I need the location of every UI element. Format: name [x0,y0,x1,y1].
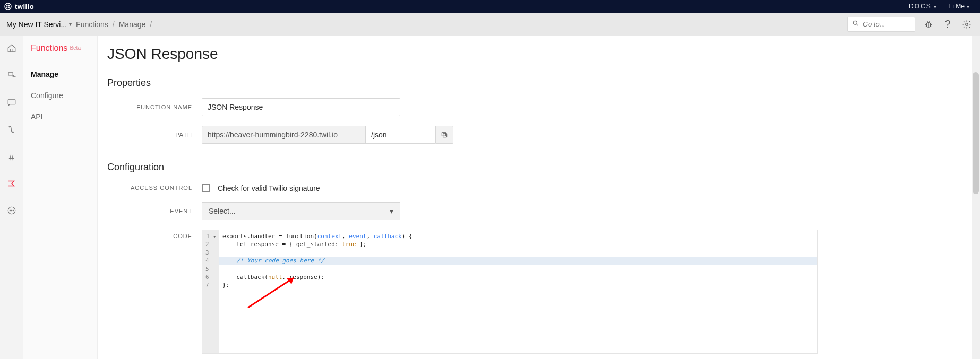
debug-icon[interactable] [923,20,934,29]
subnav-title[interactable]: Functions Beta [31,43,93,53]
scrollbar-track[interactable] [972,36,980,359]
user-name: Li Me [949,3,965,10]
breadcrumb-manage[interactable]: Manage [119,20,146,29]
svg-point-5 [853,21,857,24]
brand-name: twilio [15,3,34,11]
properties-heading: Properties [107,77,963,89]
scrollbar-thumb[interactable] [973,72,979,194]
path-group: https://beaver-hummingbird-2280.twil.io [202,126,453,144]
signature-checkbox-label: Check for valid Twilio signature [218,184,320,192]
subnav-manage[interactable]: Manage [31,68,93,89]
messaging-icon[interactable] [6,98,17,110]
functions-subnav: Functions Beta Manage Configure API [23,36,98,359]
path-label: PATH [107,132,202,138]
more-icon[interactable] [7,206,16,218]
svg-point-17 [9,126,10,127]
search-input[interactable] [863,20,905,28]
signature-checkbox[interactable] [202,184,210,192]
path-host: https://beaver-hummingbird-2280.twil.io [202,126,365,144]
svg-point-2 [8,5,10,6]
user-menu[interactable]: Li Me ▾ [949,3,970,10]
svg-point-22 [13,210,14,211]
icon-rail: # [0,36,23,359]
function-name-label: FUNCTION NAME [107,104,202,110]
header-tools: ? [847,17,973,32]
event-label: EVENT [107,208,202,214]
svg-rect-24 [442,132,445,136]
code-label: CODE [107,230,202,239]
docs-label: DOCS [909,3,932,10]
svg-point-0 [5,3,11,10]
svg-point-1 [6,5,8,6]
svg-line-13 [926,26,927,27]
brand[interactable]: twilio [4,3,34,11]
chevron-down-icon: ▾ [69,21,72,27]
access-control-field: Check for valid Twilio signature [202,182,320,192]
copy-path-button[interactable] [435,126,453,144]
chevron-down-icon: ▾ [934,4,938,10]
svg-line-12 [930,23,931,24]
runtime-icon[interactable] [7,125,16,137]
svg-point-15 [966,23,968,25]
svg-line-11 [926,23,927,24]
svg-point-18 [12,132,13,133]
copy-icon [441,131,448,138]
breadcrumb: My New IT Servi... ▾ Functions / Manage … [6,20,152,29]
svg-point-20 [10,210,11,211]
svg-point-4 [8,6,10,8]
editor-gutter: 1 ▾ 2 3 4 5 6 7 [202,230,219,353]
breadcrumb-separator: / [150,20,152,29]
top-brand-bar: twilio DOCS ▾ Li Me ▾ [0,0,980,13]
configuration-heading: Configuration [107,162,963,173]
breadcrumb-functions[interactable]: Functions [76,20,108,29]
functions-icon[interactable] [7,179,16,191]
twilio-logo-icon [4,3,12,10]
search-icon [852,20,859,29]
page-title: JSON Response [107,46,963,63]
hash-icon[interactable]: # [9,152,14,164]
editor-content[interactable]: exports.handler = function(context, even… [219,230,817,353]
beta-badge: Beta [70,45,81,51]
chevron-down-icon: ▾ [967,4,970,10]
svg-rect-23 [443,134,447,137]
docs-link[interactable]: DOCS ▾ [909,3,938,10]
event-select[interactable]: Select... ▾ [202,202,400,220]
svg-line-6 [856,24,858,25]
path-input[interactable] [365,126,435,144]
gear-icon[interactable] [961,20,973,29]
breadcrumb-separator: / [113,20,115,29]
header-bar: My New IT Servi... ▾ Functions / Manage … [0,13,980,36]
global-search[interactable] [847,17,915,32]
access-control-label: ACCESS CONTROL [107,185,202,191]
svg-point-21 [11,210,12,211]
subnav-api[interactable]: API [31,110,93,132]
chevron-down-icon: ▾ [390,207,393,215]
main-content: JSON Response Properties FUNCTION NAME P… [98,36,980,359]
svg-rect-16 [8,100,15,104]
event-select-value: Select... [209,207,236,215]
studio-icon[interactable] [7,71,16,83]
home-icon[interactable] [7,43,16,56]
help-icon[interactable]: ? [942,18,953,30]
subnav-configure[interactable]: Configure [31,89,93,110]
code-editor[interactable]: 1 ▾ 2 3 4 5 6 7 exports.handler = functi… [202,230,818,354]
project-name: My New IT Servi... [6,20,67,29]
svg-point-3 [6,6,8,8]
function-name-input[interactable] [202,98,400,116]
subnav-title-text: Functions [31,43,67,53]
project-switcher[interactable]: My New IT Servi... ▾ [6,20,72,29]
svg-line-14 [930,26,931,27]
